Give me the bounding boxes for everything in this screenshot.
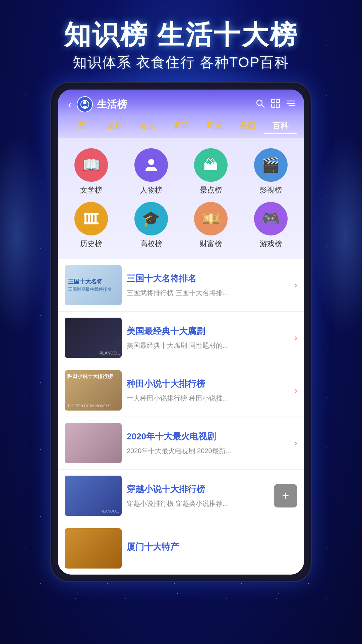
phone-frame: ‹ 生活榜 xyxy=(50,82,312,582)
tab-quwen[interactable]: 趣闻 xyxy=(164,118,197,134)
list-desc-4: 2020年十大最火电视剧 2020最新... xyxy=(127,446,286,456)
svg-rect-6 xyxy=(272,104,275,107)
list-content-2: 美国最经典十大腐剧 美国最经典十大腐剧 同性题材的... xyxy=(122,318,291,358)
thumb-2-inner: PLANOO... xyxy=(65,318,122,358)
phone-screen: ‹ 生活榜 xyxy=(58,90,304,575)
svg-line-3 xyxy=(261,105,264,107)
app-logo-inner xyxy=(77,97,92,112)
list-content-5: 穿越小说十大排行榜 穿越小说排行榜 穿越类小说推荐... xyxy=(122,476,291,516)
list-item[interactable]: 三国十大名将 三国时期最牛武将排名 三国十大名将排名 三国武将排行榜 三国十大名… xyxy=(58,259,304,312)
tab-wangdian[interactable]: 网点 xyxy=(198,118,231,134)
app-title: 生活榜 xyxy=(97,98,255,111)
gaoxiao-icon: 🎓 xyxy=(134,202,168,235)
list-content-1: 三国十大名将排名 三国武将排行榜 三国十大名将排... xyxy=(122,265,291,305)
list-item[interactable]: 2020年十大最火电视剧 2020年十大最火电视剧 2020最新... › xyxy=(58,417,304,470)
tab-mingren[interactable]: 名人 xyxy=(131,118,164,134)
arrow-4: › xyxy=(291,423,297,463)
tab-jujiao[interactable]: 聚焦 xyxy=(98,118,131,134)
list-title-4: 2020年十大最火电视剧 xyxy=(127,430,286,442)
renwu-label: 人物榜 xyxy=(140,185,162,195)
bg-glow-left xyxy=(0,134,50,335)
promo-title: 知识榜 生活十大榜 xyxy=(0,20,362,50)
header-icons xyxy=(255,99,296,110)
thumb-5: PLANOO... xyxy=(65,476,122,516)
jingdian-label: 景点榜 xyxy=(200,185,222,195)
youxi-icon: 🎮 xyxy=(254,202,288,235)
list-item[interactable]: 种田小说十大排行榜 THE TEN FARM NOVELS 种田小说十大排行榜 … xyxy=(58,364,304,417)
svg-rect-15 xyxy=(95,214,97,224)
fab-button[interactable]: + xyxy=(274,484,297,507)
thumb-1-sub: 三国时期最牛武将排名 xyxy=(68,287,112,292)
thumb-3-sub: THE TEN FARM NOVELS xyxy=(67,404,110,408)
nav-tabs: 票 聚焦 名人 趣闻 网点 美图 百科 xyxy=(58,116,304,138)
list-desc-5: 穿越小说排行榜 穿越类小说推荐... xyxy=(127,498,286,508)
list-title-5: 穿越小说十大排行榜 xyxy=(127,483,286,495)
category-youxi[interactable]: 🎮 游戏榜 xyxy=(244,202,298,249)
thumb-3-title: 种田小说十大排行榜 xyxy=(67,373,113,380)
svg-rect-12 xyxy=(84,214,86,224)
search-icon[interactable] xyxy=(255,99,265,110)
thumb-1: 三国十大名将 三国时期最牛武将排名 xyxy=(65,265,122,305)
thumb-1-title: 三国十大名将 xyxy=(68,278,102,285)
category-jingdian[interactable]: 🏔 景点榜 xyxy=(184,148,238,195)
tab-piao[interactable]: 票 xyxy=(65,118,98,134)
list-content-6: 厦门十大特产 xyxy=(122,528,294,569)
youxi-label: 游戏榜 xyxy=(260,239,282,249)
list-title-6: 厦门十大特产 xyxy=(127,541,289,553)
category-gaoxiao[interactable]: 🎓 高校榜 xyxy=(125,202,178,249)
category-yingshi[interactable]: 🎬 影视榜 xyxy=(244,148,298,195)
bg-glow-right xyxy=(312,134,362,335)
app-logo xyxy=(77,96,93,112)
list-content-4: 2020年十大最火电视剧 2020年十大最火电视剧 2020最新... xyxy=(122,423,291,463)
gaoxiao-label: 高校榜 xyxy=(140,239,162,249)
back-button[interactable]: ‹ xyxy=(66,97,73,112)
list-content-3: 种田小说十大排行榜 十大种田小说排行榜 种田小说推... xyxy=(122,370,291,411)
list-desc-1: 三国武将排行榜 三国十大名将排... xyxy=(127,288,286,298)
lishi-icon xyxy=(74,202,108,235)
thumb-4 xyxy=(65,423,122,463)
caifu-icon: 💴 xyxy=(194,202,228,235)
svg-rect-5 xyxy=(276,99,280,103)
yingshi-label: 影视榜 xyxy=(260,185,282,195)
menu-icon[interactable] xyxy=(286,99,296,110)
lishi-label: 历史榜 xyxy=(80,239,102,249)
svg-point-11 xyxy=(148,159,154,165)
list-item[interactable]: PLANOO... 穿越小说十大排行榜 穿越小说排行榜 穿越类小说推荐... › xyxy=(58,470,304,522)
list-item[interactable]: PLANOO... 美国最经典十大腐剧 美国最经典十大腐剧 同性题材的... › xyxy=(58,312,304,364)
app-header: ‹ 生活榜 xyxy=(58,90,304,116)
thumb-2-watermark: PLANOO... xyxy=(100,351,120,356)
svg-rect-7 xyxy=(276,104,280,107)
wenxue-icon: 📖 xyxy=(74,148,108,182)
category-section: 📖 文学榜 人物榜 🏔 景点榜 xyxy=(58,138,304,256)
list-section: 三国十大名将 三国时期最牛武将排名 三国十大名将排名 三国武将排行榜 三国十大名… xyxy=(58,259,304,575)
category-lishi[interactable]: 历史榜 xyxy=(65,202,118,249)
list-item[interactable]: 厦门十大特产 xyxy=(58,522,304,575)
jingdian-icon: 🏔 xyxy=(194,148,228,182)
svg-rect-4 xyxy=(272,99,275,103)
svg-rect-16 xyxy=(84,213,99,215)
arrow-1: › xyxy=(291,265,297,305)
thumb-6 xyxy=(65,528,122,569)
grid-icon[interactable] xyxy=(271,99,280,110)
list-title-1: 三国十大名将排名 xyxy=(127,272,286,284)
arrow-3: › xyxy=(291,370,297,411)
list-title-2: 美国最经典十大腐剧 xyxy=(127,325,286,337)
yingshi-icon: 🎬 xyxy=(254,148,288,182)
category-wenxue[interactable]: 📖 文学榜 xyxy=(65,148,118,195)
arrow-6 xyxy=(294,528,297,569)
tab-meitu[interactable]: 美图 xyxy=(231,118,264,134)
thumb-2: PLANOO... xyxy=(65,318,122,358)
tab-baike[interactable]: 百科 xyxy=(264,118,297,134)
svg-point-0 xyxy=(83,101,86,104)
category-renwu[interactable]: 人物榜 xyxy=(125,148,178,195)
caifu-label: 财富榜 xyxy=(200,239,222,249)
list-desc-2: 美国最经典十大腐剧 同性题材的... xyxy=(127,340,286,351)
renwu-icon xyxy=(134,148,168,182)
thumb-5-watermark: PLANOO... xyxy=(101,509,119,513)
category-caifu[interactable]: 💴 财富榜 xyxy=(184,202,238,249)
promo-header: 知识榜 生活十大榜 知识体系 衣食住行 各种TOP百科 xyxy=(0,0,362,82)
svg-rect-14 xyxy=(91,214,93,224)
wenxue-label: 文学榜 xyxy=(80,185,102,195)
arrow-2: › xyxy=(291,318,297,358)
svg-rect-17 xyxy=(84,222,99,224)
